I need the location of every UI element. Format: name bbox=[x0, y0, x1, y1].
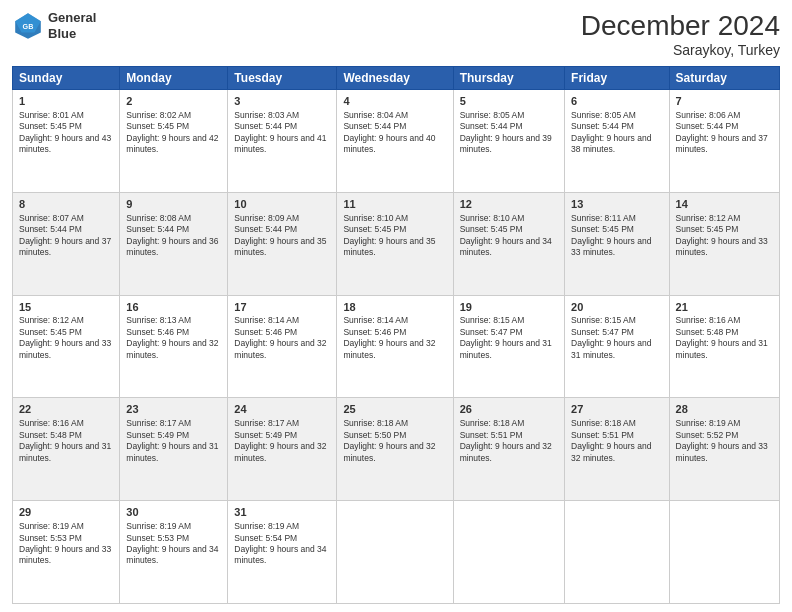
sunrise-text: Sunrise: 8:04 AM bbox=[343, 110, 408, 120]
sunset-text: Sunset: 5:48 PM bbox=[676, 327, 739, 337]
sunset-text: Sunset: 5:49 PM bbox=[234, 430, 297, 440]
daylight-text: Daylight: 9 hours and 43 minutes. bbox=[19, 133, 111, 154]
sunset-text: Sunset: 5:44 PM bbox=[571, 121, 634, 131]
day-number: 10 bbox=[234, 197, 330, 212]
calendar-cell: 22Sunrise: 8:16 AMSunset: 5:48 PMDayligh… bbox=[13, 398, 120, 501]
calendar-cell: 6Sunrise: 8:05 AMSunset: 5:44 PMDaylight… bbox=[565, 90, 669, 193]
day-number: 29 bbox=[19, 505, 113, 520]
calendar-cell bbox=[565, 501, 669, 604]
sunrise-text: Sunrise: 8:14 AM bbox=[234, 315, 299, 325]
sunset-text: Sunset: 5:51 PM bbox=[571, 430, 634, 440]
sunset-text: Sunset: 5:45 PM bbox=[19, 327, 82, 337]
day-number: 23 bbox=[126, 402, 221, 417]
sunrise-text: Sunrise: 8:09 AM bbox=[234, 213, 299, 223]
calendar-cell: 16Sunrise: 8:13 AMSunset: 5:46 PMDayligh… bbox=[120, 295, 228, 398]
sunset-text: Sunset: 5:51 PM bbox=[460, 430, 523, 440]
daylight-text: Daylight: 9 hours and 32 minutes. bbox=[343, 441, 435, 462]
day-number: 2 bbox=[126, 94, 221, 109]
sunset-text: Sunset: 5:44 PM bbox=[343, 121, 406, 131]
day-number: 9 bbox=[126, 197, 221, 212]
svg-text:GB: GB bbox=[23, 22, 34, 31]
day-number: 27 bbox=[571, 402, 662, 417]
daylight-text: Daylight: 9 hours and 32 minutes. bbox=[234, 441, 326, 462]
day-number: 25 bbox=[343, 402, 446, 417]
sunset-text: Sunset: 5:44 PM bbox=[676, 121, 739, 131]
sunrise-text: Sunrise: 8:17 AM bbox=[234, 418, 299, 428]
header: GB General Blue December 2024 Saraykoy, … bbox=[12, 10, 780, 58]
sunrise-text: Sunrise: 8:08 AM bbox=[126, 213, 191, 223]
day-number: 12 bbox=[460, 197, 558, 212]
logo-icon: GB bbox=[12, 10, 44, 42]
sunset-text: Sunset: 5:45 PM bbox=[126, 121, 189, 131]
sunrise-text: Sunrise: 8:13 AM bbox=[126, 315, 191, 325]
day-number: 8 bbox=[19, 197, 113, 212]
sunset-text: Sunset: 5:46 PM bbox=[126, 327, 189, 337]
daylight-text: Daylight: 9 hours and 39 minutes. bbox=[460, 133, 552, 154]
daylight-text: Daylight: 9 hours and 31 minutes. bbox=[19, 441, 111, 462]
sunrise-text: Sunrise: 8:15 AM bbox=[460, 315, 525, 325]
page: GB General Blue December 2024 Saraykoy, … bbox=[0, 0, 792, 612]
sunset-text: Sunset: 5:53 PM bbox=[19, 533, 82, 543]
day-number: 7 bbox=[676, 94, 773, 109]
calendar-cell: 19Sunrise: 8:15 AMSunset: 5:47 PMDayligh… bbox=[453, 295, 564, 398]
calendar-cell: 27Sunrise: 8:18 AMSunset: 5:51 PMDayligh… bbox=[565, 398, 669, 501]
sunrise-text: Sunrise: 8:11 AM bbox=[571, 213, 636, 223]
sunset-text: Sunset: 5:46 PM bbox=[343, 327, 406, 337]
day-number: 21 bbox=[676, 300, 773, 315]
sunset-text: Sunset: 5:46 PM bbox=[234, 327, 297, 337]
calendar-cell: 4Sunrise: 8:04 AMSunset: 5:44 PMDaylight… bbox=[337, 90, 453, 193]
sunrise-text: Sunrise: 8:18 AM bbox=[460, 418, 525, 428]
week-row-3: 22Sunrise: 8:16 AMSunset: 5:48 PMDayligh… bbox=[13, 398, 780, 501]
sunset-text: Sunset: 5:45 PM bbox=[460, 224, 523, 234]
sunset-text: Sunset: 5:44 PM bbox=[126, 224, 189, 234]
daylight-text: Daylight: 9 hours and 33 minutes. bbox=[571, 236, 651, 257]
daylight-text: Daylight: 9 hours and 35 minutes. bbox=[234, 236, 326, 257]
day-number: 13 bbox=[571, 197, 662, 212]
subtitle: Saraykoy, Turkey bbox=[581, 42, 780, 58]
calendar-cell: 25Sunrise: 8:18 AMSunset: 5:50 PMDayligh… bbox=[337, 398, 453, 501]
sunset-text: Sunset: 5:50 PM bbox=[343, 430, 406, 440]
sunrise-text: Sunrise: 8:01 AM bbox=[19, 110, 84, 120]
daylight-text: Daylight: 9 hours and 36 minutes. bbox=[126, 236, 218, 257]
week-row-1: 8Sunrise: 8:07 AMSunset: 5:44 PMDaylight… bbox=[13, 192, 780, 295]
calendar-cell: 29Sunrise: 8:19 AMSunset: 5:53 PMDayligh… bbox=[13, 501, 120, 604]
calendar-cell: 18Sunrise: 8:14 AMSunset: 5:46 PMDayligh… bbox=[337, 295, 453, 398]
sunrise-text: Sunrise: 8:15 AM bbox=[571, 315, 636, 325]
day-number: 11 bbox=[343, 197, 446, 212]
daylight-text: Daylight: 9 hours and 31 minutes. bbox=[460, 338, 552, 359]
column-header-saturday: Saturday bbox=[669, 67, 779, 90]
sunset-text: Sunset: 5:45 PM bbox=[19, 121, 82, 131]
daylight-text: Daylight: 9 hours and 31 minutes. bbox=[571, 338, 651, 359]
daylight-text: Daylight: 9 hours and 38 minutes. bbox=[571, 133, 651, 154]
daylight-text: Daylight: 9 hours and 33 minutes. bbox=[676, 441, 768, 462]
logo: GB General Blue bbox=[12, 10, 96, 42]
daylight-text: Daylight: 9 hours and 32 minutes. bbox=[571, 441, 651, 462]
sunrise-text: Sunrise: 8:05 AM bbox=[571, 110, 636, 120]
day-number: 17 bbox=[234, 300, 330, 315]
daylight-text: Daylight: 9 hours and 41 minutes. bbox=[234, 133, 326, 154]
column-header-sunday: Sunday bbox=[13, 67, 120, 90]
sunrise-text: Sunrise: 8:16 AM bbox=[19, 418, 84, 428]
day-number: 31 bbox=[234, 505, 330, 520]
daylight-text: Daylight: 9 hours and 32 minutes. bbox=[126, 338, 218, 359]
sunset-text: Sunset: 5:54 PM bbox=[234, 533, 297, 543]
day-number: 18 bbox=[343, 300, 446, 315]
week-row-4: 29Sunrise: 8:19 AMSunset: 5:53 PMDayligh… bbox=[13, 501, 780, 604]
calendar: SundayMondayTuesdayWednesdayThursdayFrid… bbox=[12, 66, 780, 604]
daylight-text: Daylight: 9 hours and 37 minutes. bbox=[676, 133, 768, 154]
sunrise-text: Sunrise: 8:19 AM bbox=[19, 521, 84, 531]
day-number: 24 bbox=[234, 402, 330, 417]
day-number: 19 bbox=[460, 300, 558, 315]
daylight-text: Daylight: 9 hours and 34 minutes. bbox=[234, 544, 326, 565]
calendar-cell: 14Sunrise: 8:12 AMSunset: 5:45 PMDayligh… bbox=[669, 192, 779, 295]
calendar-cell: 9Sunrise: 8:08 AMSunset: 5:44 PMDaylight… bbox=[120, 192, 228, 295]
calendar-cell: 24Sunrise: 8:17 AMSunset: 5:49 PMDayligh… bbox=[228, 398, 337, 501]
sunrise-text: Sunrise: 8:12 AM bbox=[676, 213, 741, 223]
sunrise-text: Sunrise: 8:10 AM bbox=[460, 213, 525, 223]
sunset-text: Sunset: 5:45 PM bbox=[676, 224, 739, 234]
sunrise-text: Sunrise: 8:07 AM bbox=[19, 213, 84, 223]
sunset-text: Sunset: 5:48 PM bbox=[19, 430, 82, 440]
sunset-text: Sunset: 5:44 PM bbox=[19, 224, 82, 234]
calendar-cell: 8Sunrise: 8:07 AMSunset: 5:44 PMDaylight… bbox=[13, 192, 120, 295]
daylight-text: Daylight: 9 hours and 33 minutes. bbox=[19, 544, 111, 565]
